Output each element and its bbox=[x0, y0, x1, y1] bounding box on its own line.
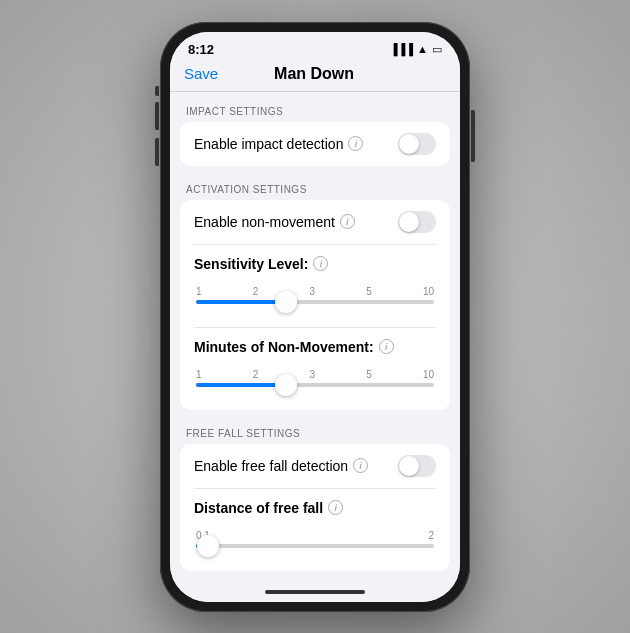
status-bar: 8:12 ▐▐▐ ▲ ▭ bbox=[170, 32, 460, 61]
sensitivity-val-2: 2 bbox=[253, 286, 259, 297]
distance-labels: 0.1 2 bbox=[194, 530, 436, 541]
enable-nonmovement-row: Enable non-movement i bbox=[194, 200, 436, 245]
distance-freefall-row: Distance of free fall i 0.1 2 bbox=[194, 489, 436, 571]
impact-info-icon[interactable]: i bbox=[348, 136, 363, 151]
volume-up-button bbox=[155, 102, 159, 130]
enable-nonmovement-toggle[interactable] bbox=[398, 211, 436, 233]
battery-icon: ▭ bbox=[432, 43, 442, 56]
enable-freefall-label: Enable free fall detection i bbox=[194, 458, 368, 474]
enable-impact-label: Enable impact detection i bbox=[194, 136, 363, 152]
sensitivity-text: Sensitivity Level: bbox=[194, 256, 308, 272]
minutes-val-10: 10 bbox=[423, 369, 434, 380]
enable-freefall-text: Enable free fall detection bbox=[194, 458, 348, 474]
distance-val-max: 2 bbox=[428, 530, 434, 541]
freefall-settings-card: Enable free fall detection i Distance of… bbox=[180, 444, 450, 571]
enable-impact-toggle[interactable] bbox=[398, 133, 436, 155]
distance-info-icon[interactable]: i bbox=[328, 500, 343, 515]
home-bar bbox=[265, 590, 365, 594]
freefall-settings-header: FREE FALL SETTINGS bbox=[170, 414, 460, 444]
enable-impact-row: Enable impact detection i bbox=[194, 122, 436, 166]
minutes-val-5: 5 bbox=[366, 369, 372, 380]
minutes-val-3: 3 bbox=[309, 369, 315, 380]
enable-freefall-row: Enable free fall detection i bbox=[194, 444, 436, 489]
nonmovement-info-icon[interactable]: i bbox=[340, 214, 355, 229]
power-button bbox=[471, 110, 475, 162]
page-title: Man Down bbox=[274, 65, 354, 83]
impact-settings-card: Enable impact detection i bbox=[180, 122, 450, 166]
minutes-slider-section: 1 2 3 5 10 bbox=[194, 361, 436, 399]
toggle-knob-3 bbox=[399, 456, 419, 476]
freefall-info-icon[interactable]: i bbox=[353, 458, 368, 473]
home-indicator bbox=[170, 582, 460, 602]
phone-frame: 8:12 ▐▐▐ ▲ ▭ Save Man Down IMPACT SETTIN… bbox=[160, 22, 470, 612]
nav-bar: Save Man Down bbox=[170, 61, 460, 92]
enable-impact-text: Enable impact detection bbox=[194, 136, 343, 152]
distance-slider-section: 0.1 2 bbox=[194, 522, 436, 560]
minutes-val-1: 1 bbox=[196, 369, 202, 380]
sensitivity-val-10: 10 bbox=[423, 286, 434, 297]
minutes-fill bbox=[196, 383, 286, 387]
minutes-nonmovement-row: Minutes of Non-Movement: i 1 2 3 5 10 bbox=[194, 328, 436, 410]
minutes-slider[interactable] bbox=[196, 383, 434, 387]
status-icons: ▐▐▐ ▲ ▭ bbox=[390, 43, 442, 56]
content-area: IMPACT SETTINGS Enable impact detection … bbox=[170, 92, 460, 582]
toggle-knob-2 bbox=[399, 212, 419, 232]
activation-settings-header: ACTIVATION SETTINGS bbox=[170, 170, 460, 200]
enable-nonmovement-text: Enable non-movement bbox=[194, 214, 335, 230]
volume-down-button bbox=[155, 138, 159, 166]
status-time: 8:12 bbox=[188, 42, 214, 57]
distance-text: Distance of free fall bbox=[194, 500, 323, 516]
sensitivity-level-row: Sensitivity Level: i 1 2 3 5 10 bbox=[194, 245, 436, 328]
sensitivity-label: Sensitivity Level: i bbox=[194, 256, 328, 272]
sensitivity-labels: 1 2 3 5 10 bbox=[194, 286, 436, 297]
sensitivity-thumb[interactable] bbox=[275, 291, 297, 313]
impact-settings-header: IMPACT SETTINGS bbox=[170, 92, 460, 122]
sensitivity-fill bbox=[196, 300, 286, 304]
phone-screen: 8:12 ▐▐▐ ▲ ▭ Save Man Down IMPACT SETTIN… bbox=[170, 32, 460, 602]
distance-label: Distance of free fall i bbox=[194, 500, 343, 516]
minutes-val-2: 2 bbox=[253, 369, 259, 380]
minutes-thumb[interactable] bbox=[275, 374, 297, 396]
minutes-label: Minutes of Non-Movement: i bbox=[194, 339, 394, 355]
sensitivity-slider[interactable] bbox=[196, 300, 434, 304]
sensitivity-val-3: 3 bbox=[309, 286, 315, 297]
distance-thumb[interactable] bbox=[197, 535, 219, 557]
sensitivity-val-5: 5 bbox=[366, 286, 372, 297]
activation-settings-card: Enable non-movement i Sensitivity Level:… bbox=[180, 200, 450, 410]
enable-freefall-toggle[interactable] bbox=[398, 455, 436, 477]
minutes-text: Minutes of Non-Movement: bbox=[194, 339, 374, 355]
toggle-knob bbox=[399, 134, 419, 154]
sensitivity-slider-section: 1 2 3 5 10 bbox=[194, 278, 436, 316]
enable-nonmovement-label: Enable non-movement i bbox=[194, 214, 355, 230]
distance-slider[interactable] bbox=[196, 544, 434, 548]
wifi-icon: ▲ bbox=[417, 43, 428, 55]
save-button[interactable]: Save bbox=[184, 65, 218, 82]
signal-icon: ▐▐▐ bbox=[390, 43, 413, 55]
sensitivity-val-1: 1 bbox=[196, 286, 202, 297]
minutes-info-icon[interactable]: i bbox=[379, 339, 394, 354]
sensitivity-info-icon[interactable]: i bbox=[313, 256, 328, 271]
minutes-labels: 1 2 3 5 10 bbox=[194, 369, 436, 380]
silent-switch bbox=[155, 86, 159, 96]
